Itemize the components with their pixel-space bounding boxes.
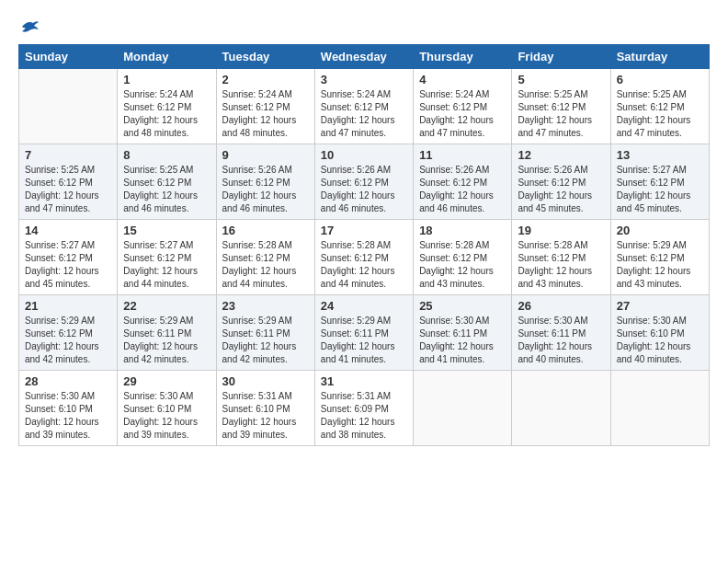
day-number: 11 [419,148,506,162]
calendar-cell: 25Sunrise: 5:30 AM Sunset: 6:11 PM Dayli… [414,295,512,371]
calendar-table: SundayMondayTuesdayWednesdayThursdayFrid… [18,44,710,446]
calendar-cell: 13Sunrise: 5:27 AM Sunset: 6:12 PM Dayli… [610,144,709,220]
calendar-cell [610,371,709,446]
calendar-cell: 6Sunrise: 5:25 AM Sunset: 6:12 PM Daylig… [610,69,709,144]
day-number: 18 [419,224,506,237]
day-info: Sunrise: 5:29 AM Sunset: 6:11 PM Dayligh… [123,315,210,366]
day-number: 8 [123,148,210,162]
calendar-header-tuesday: Tuesday [216,45,314,69]
calendar-cell: 9Sunrise: 5:26 AM Sunset: 6:12 PM Daylig… [216,144,314,220]
calendar-cell: 8Sunrise: 5:25 AM Sunset: 6:12 PM Daylig… [118,144,216,220]
day-info: Sunrise: 5:26 AM Sunset: 6:12 PM Dayligh… [321,164,407,215]
day-info: Sunrise: 5:25 AM Sunset: 6:12 PM Dayligh… [123,164,210,215]
day-info: Sunrise: 5:30 AM Sunset: 6:11 PM Dayligh… [518,315,604,366]
day-info: Sunrise: 5:29 AM Sunset: 6:11 PM Dayligh… [321,315,407,366]
calendar-cell: 30Sunrise: 5:31 AM Sunset: 6:10 PM Dayli… [216,371,314,446]
calendar-cell: 23Sunrise: 5:29 AM Sunset: 6:11 PM Dayli… [216,295,314,371]
day-number: 16 [222,224,309,237]
calendar-week-row: 1Sunrise: 5:24 AM Sunset: 6:12 PM Daylig… [19,69,710,144]
day-number: 9 [222,148,309,162]
calendar-week-row: 14Sunrise: 5:27 AM Sunset: 6:12 PM Dayli… [19,220,710,295]
calendar-cell: 4Sunrise: 5:24 AM Sunset: 6:12 PM Daylig… [414,69,512,144]
day-number: 4 [419,73,506,86]
day-info: Sunrise: 5:30 AM Sunset: 6:11 PM Dayligh… [419,315,506,366]
day-info: Sunrise: 5:28 AM Sunset: 6:12 PM Dayligh… [222,239,309,291]
day-info: Sunrise: 5:29 AM Sunset: 6:12 PM Dayligh… [25,315,111,366]
calendar-header-thursday: Thursday [414,45,512,69]
day-number: 14 [25,224,111,237]
calendar-cell: 7Sunrise: 5:25 AM Sunset: 6:12 PM Daylig… [19,144,118,220]
day-number: 25 [419,299,506,313]
day-info: Sunrise: 5:30 AM Sunset: 6:10 PM Dayligh… [617,315,703,366]
calendar-cell: 15Sunrise: 5:27 AM Sunset: 6:12 PM Dayli… [118,220,216,295]
day-number: 24 [321,299,407,313]
day-number: 22 [123,299,210,313]
calendar-week-row: 28Sunrise: 5:30 AM Sunset: 6:10 PM Dayli… [19,371,710,446]
calendar-cell: 29Sunrise: 5:30 AM Sunset: 6:10 PM Dayli… [118,371,216,446]
calendar-cell [19,69,118,144]
day-info: Sunrise: 5:31 AM Sunset: 6:09 PM Dayligh… [321,390,407,442]
day-number: 23 [222,299,309,313]
day-info: Sunrise: 5:27 AM Sunset: 6:12 PM Dayligh… [25,239,111,291]
calendar-cell: 14Sunrise: 5:27 AM Sunset: 6:12 PM Dayli… [19,220,118,295]
day-info: Sunrise: 5:27 AM Sunset: 6:12 PM Dayligh… [123,239,210,291]
calendar-week-row: 21Sunrise: 5:29 AM Sunset: 6:12 PM Dayli… [19,295,710,371]
day-info: Sunrise: 5:28 AM Sunset: 6:12 PM Dayligh… [419,239,506,291]
calendar-week-row: 7Sunrise: 5:25 AM Sunset: 6:12 PM Daylig… [19,144,710,220]
calendar-cell: 20Sunrise: 5:29 AM Sunset: 6:12 PM Dayli… [610,220,709,295]
day-info: Sunrise: 5:24 AM Sunset: 6:12 PM Dayligh… [222,88,309,140]
day-info: Sunrise: 5:27 AM Sunset: 6:12 PM Dayligh… [617,164,703,215]
logo [18,18,40,35]
day-info: Sunrise: 5:30 AM Sunset: 6:10 PM Dayligh… [25,390,111,442]
calendar-cell: 2Sunrise: 5:24 AM Sunset: 6:12 PM Daylig… [216,69,314,144]
calendar-cell: 19Sunrise: 5:28 AM Sunset: 6:12 PM Dayli… [512,220,610,295]
calendar-cell: 11Sunrise: 5:26 AM Sunset: 6:12 PM Dayli… [414,144,512,220]
calendar-cell: 17Sunrise: 5:28 AM Sunset: 6:12 PM Dayli… [314,220,413,295]
day-number: 29 [123,374,210,388]
day-number: 17 [321,224,407,237]
day-number: 12 [518,148,604,162]
day-number: 15 [123,224,210,237]
day-info: Sunrise: 5:29 AM Sunset: 6:11 PM Dayligh… [222,315,309,366]
day-info: Sunrise: 5:24 AM Sunset: 6:12 PM Dayligh… [123,88,210,140]
day-number: 31 [321,374,407,388]
day-info: Sunrise: 5:25 AM Sunset: 6:12 PM Dayligh… [617,88,703,140]
calendar-header-row: SundayMondayTuesdayWednesdayThursdayFrid… [19,45,710,69]
day-number: 28 [25,374,111,388]
header [18,18,710,35]
day-number: 3 [321,73,407,86]
day-info: Sunrise: 5:28 AM Sunset: 6:12 PM Dayligh… [518,239,604,291]
day-info: Sunrise: 5:29 AM Sunset: 6:12 PM Dayligh… [617,239,703,291]
day-info: Sunrise: 5:24 AM Sunset: 6:12 PM Dayligh… [321,88,407,140]
day-info: Sunrise: 5:26 AM Sunset: 6:12 PM Dayligh… [518,164,604,215]
calendar-cell [512,371,610,446]
calendar-header-saturday: Saturday [610,45,709,69]
day-number: 26 [518,299,604,313]
calendar-cell: 26Sunrise: 5:30 AM Sunset: 6:11 PM Dayli… [512,295,610,371]
day-info: Sunrise: 5:26 AM Sunset: 6:12 PM Dayligh… [222,164,309,215]
day-info: Sunrise: 5:24 AM Sunset: 6:12 PM Dayligh… [419,88,506,140]
calendar-cell: 5Sunrise: 5:25 AM Sunset: 6:12 PM Daylig… [512,69,610,144]
calendar-cell: 10Sunrise: 5:26 AM Sunset: 6:12 PM Dayli… [314,144,413,220]
calendar-cell: 27Sunrise: 5:30 AM Sunset: 6:10 PM Dayli… [610,295,709,371]
calendar-cell [414,371,512,446]
day-number: 27 [617,299,703,313]
calendar-cell: 3Sunrise: 5:24 AM Sunset: 6:12 PM Daylig… [314,69,413,144]
day-number: 19 [518,224,604,237]
logo-bird-icon [20,18,40,35]
calendar-cell: 16Sunrise: 5:28 AM Sunset: 6:12 PM Dayli… [216,220,314,295]
day-number: 30 [222,374,309,388]
day-number: 5 [518,73,604,86]
day-number: 20 [617,224,703,237]
calendar-header-monday: Monday [118,45,216,69]
day-info: Sunrise: 5:30 AM Sunset: 6:10 PM Dayligh… [123,390,210,442]
calendar-cell: 1Sunrise: 5:24 AM Sunset: 6:12 PM Daylig… [118,69,216,144]
calendar-cell: 31Sunrise: 5:31 AM Sunset: 6:09 PM Dayli… [314,371,413,446]
calendar-cell: 28Sunrise: 5:30 AM Sunset: 6:10 PM Dayli… [19,371,118,446]
day-info: Sunrise: 5:26 AM Sunset: 6:12 PM Dayligh… [419,164,506,215]
calendar-header-sunday: Sunday [19,45,118,69]
calendar-cell: 22Sunrise: 5:29 AM Sunset: 6:11 PM Dayli… [118,295,216,371]
calendar-cell: 21Sunrise: 5:29 AM Sunset: 6:12 PM Dayli… [19,295,118,371]
day-number: 1 [123,73,210,86]
calendar-header-friday: Friday [512,45,610,69]
